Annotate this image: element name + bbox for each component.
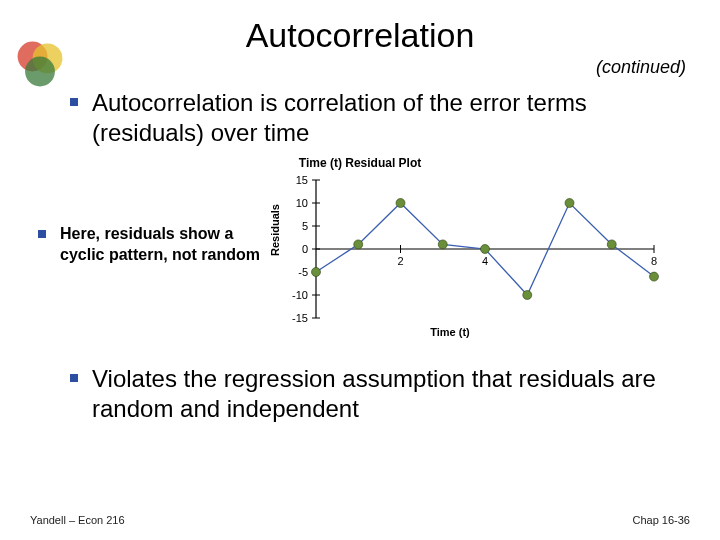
svg-point-33 xyxy=(650,272,659,281)
bullet-side-text: Here, residuals show a cyclic pattern, n… xyxy=(60,224,268,266)
bullet-side: Here, residuals show a cyclic pattern, n… xyxy=(38,224,268,266)
residual-plot: -15-10-5051015248 xyxy=(282,174,662,324)
continued-label: (continued) xyxy=(30,57,686,78)
footer-right: Chap 16-36 xyxy=(633,514,691,526)
mid-row: Here, residuals show a cyclic pattern, n… xyxy=(30,174,690,324)
svg-point-25 xyxy=(312,268,321,277)
bullet-conclusion: Violates the regression assumption that … xyxy=(70,364,680,424)
svg-point-31 xyxy=(565,199,574,208)
svg-point-32 xyxy=(607,240,616,249)
svg-text:10: 10 xyxy=(296,197,308,209)
svg-text:0: 0 xyxy=(302,243,308,255)
footer-left: Yandell – Econ 216 xyxy=(30,514,125,526)
svg-text:-15: -15 xyxy=(292,312,308,324)
svg-text:2: 2 xyxy=(397,255,403,267)
y-axis-label: Residuals xyxy=(269,242,281,256)
chart-wrap: Residuals -15-10-5051015248 xyxy=(268,174,690,324)
svg-point-26 xyxy=(354,240,363,249)
svg-text:5: 5 xyxy=(302,220,308,232)
bullet-icon xyxy=(70,98,78,106)
svg-point-28 xyxy=(438,240,447,249)
svg-text:4: 4 xyxy=(482,255,488,267)
footer: Yandell – Econ 216 Chap 16-36 xyxy=(0,514,720,526)
svg-point-29 xyxy=(481,245,490,254)
bullet-main-text: Autocorrelation is correlation of the er… xyxy=(92,88,680,148)
x-axis-label: Time (t) xyxy=(260,326,640,338)
svg-point-2 xyxy=(25,57,55,87)
bullet-icon xyxy=(70,374,78,382)
page-title: Autocorrelation xyxy=(30,16,690,55)
svg-point-30 xyxy=(523,291,532,300)
svg-text:-10: -10 xyxy=(292,289,308,301)
slide: Autocorrelation (continued) Autocorrelat… xyxy=(0,0,720,540)
svg-point-27 xyxy=(396,199,405,208)
bullet-icon xyxy=(38,230,46,238)
bullet-main: Autocorrelation is correlation of the er… xyxy=(70,88,680,148)
svg-text:-5: -5 xyxy=(298,266,308,278)
svg-text:8: 8 xyxy=(651,255,657,267)
logo-icon xyxy=(12,36,68,92)
bullet-conclusion-text: Violates the regression assumption that … xyxy=(92,364,680,424)
svg-text:15: 15 xyxy=(296,174,308,186)
chart-title: Time (t) Residual Plot xyxy=(30,156,690,170)
